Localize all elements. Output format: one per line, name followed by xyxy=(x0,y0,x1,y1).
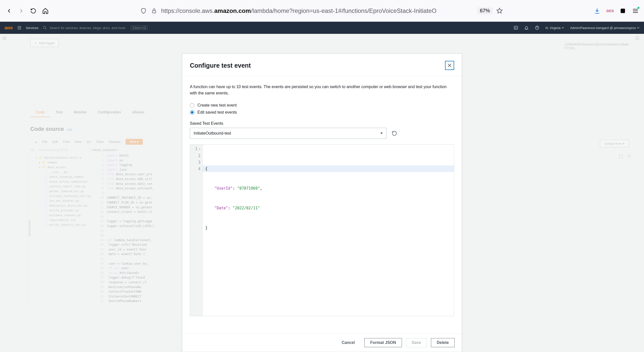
cloudshell-icon[interactable] xyxy=(514,26,518,30)
nav-back-button[interactable] xyxy=(5,7,13,15)
saved-event-select[interactable]: InitiateOutbound-test xyxy=(190,128,387,139)
chevron-down-icon xyxy=(380,133,383,134)
save-button[interactable]: Save xyxy=(406,338,427,347)
svg-point-11 xyxy=(43,26,46,29)
modal-title: Configure test event xyxy=(190,62,251,69)
editor-code-area[interactable]: { "UserId": "07071969", "Date": "2022/02… xyxy=(203,145,454,316)
browser-right-icons: aea xyxy=(594,7,639,14)
url-bar[interactable]: https://console.aws.amazon.com/lambda/ho… xyxy=(140,7,503,14)
chevron-down-icon xyxy=(562,27,564,29)
search-icon xyxy=(43,26,47,30)
json-editor[interactable]: 1 ▾ 2 3 4 { "UserId": "07071969", "Date"… xyxy=(190,144,454,316)
shield-icon[interactable] xyxy=(140,7,147,14)
add-trigger-button: ＋ Add trigger xyxy=(30,39,59,47)
delete-button[interactable]: Delete xyxy=(431,338,455,347)
svg-point-7 xyxy=(20,28,21,28)
zoom-badge[interactable]: 67% xyxy=(477,7,492,14)
svg-point-14 xyxy=(635,36,639,40)
nav-reload-button[interactable] xyxy=(29,7,37,15)
radio-create-new[interactable]: Create new test event xyxy=(190,103,454,108)
profile-badge[interactable]: aea xyxy=(606,8,614,13)
hamburger-menu-icon[interactable] xyxy=(632,7,639,14)
nav-home-button[interactable] xyxy=(41,7,49,15)
aws-top-nav: aws Services Search for services, featur… xyxy=(0,22,644,34)
selected-event-value: InitiateOutbound-test xyxy=(194,131,231,136)
svg-point-8 xyxy=(18,29,18,30)
arn-text-2: YYU3n xyxy=(564,46,629,50)
json-val-userid: "07071969" xyxy=(237,186,260,191)
configure-test-event-modal: Configure test event A function can have… xyxy=(182,54,462,352)
account-label: Admin/Pawrence-Isengard @ pmvawsnoprox xyxy=(570,26,636,30)
saved-events-label: Saved Test Events xyxy=(190,121,454,126)
services-link[interactable]: Services xyxy=(26,26,39,30)
side-panel-toggle-icon xyxy=(2,36,7,40)
url-path: /lambda/home?region=us-east-1#/functions… xyxy=(251,7,436,14)
extension-icon[interactable] xyxy=(619,7,626,14)
close-button[interactable] xyxy=(445,61,454,70)
json-key-date: "Date" xyxy=(214,206,228,210)
json-key-userid: "UserId" xyxy=(214,186,232,191)
chevron-down-icon xyxy=(637,27,639,29)
radio-edit-saved[interactable]: Edit saved test events xyxy=(190,110,454,115)
reload-events-button[interactable] xyxy=(392,131,397,136)
lock-icon[interactable] xyxy=(151,7,158,14)
svg-point-5 xyxy=(18,28,18,28)
region-label: N. Virginia xyxy=(545,26,561,30)
json-val-date: "2022/02/11" xyxy=(232,206,260,210)
svg-point-3 xyxy=(19,26,20,27)
radio-edit-label: Edit saved test events xyxy=(197,110,237,115)
url-prefix: https://console.aws. xyxy=(161,7,214,14)
url-text: https://console.aws.amazon.com/lambda/ho… xyxy=(161,7,474,14)
radio-icon xyxy=(190,103,194,108)
svg-rect-1 xyxy=(621,9,625,13)
svg-point-9 xyxy=(19,29,20,30)
nav-forward-button[interactable] xyxy=(17,7,25,15)
search-shortcut: [Option+S] xyxy=(131,26,148,30)
url-domain: amazon.com xyxy=(214,7,251,14)
cancel-button[interactable]: Cancel xyxy=(336,338,360,347)
notifications-icon[interactable] xyxy=(524,26,529,30)
svg-point-10 xyxy=(20,29,21,30)
services-menu-icon[interactable] xyxy=(17,26,21,30)
json-line-4: } xyxy=(205,225,208,230)
svg-point-6 xyxy=(19,28,20,28)
download-icon[interactable] xyxy=(594,7,601,14)
info-panel-toggle-icon xyxy=(635,36,639,40)
editor-gutter: 1 ▾ 2 3 4 xyxy=(190,145,203,316)
svg-rect-0 xyxy=(153,11,156,13)
close-icon xyxy=(448,63,452,67)
bookmark-star-icon[interactable] xyxy=(496,7,503,14)
modal-overlay: Configure test event A function can have… xyxy=(0,54,644,352)
browser-toolbar: https://console.aws.amazon.com/lambda/ho… xyxy=(0,0,644,22)
aws-logo[interactable]: aws xyxy=(5,25,13,31)
modal-description: A function can have up to 10 test events… xyxy=(190,84,447,96)
help-icon[interactable] xyxy=(535,26,539,30)
format-json-button[interactable]: Format JSON xyxy=(364,338,402,347)
svg-point-4 xyxy=(20,26,21,27)
region-selector[interactable]: N. Virginia xyxy=(545,26,564,30)
arn-text-1: :224004459:function:EproVoiceStack-Initi… xyxy=(564,42,629,46)
radio-icon xyxy=(190,110,194,115)
svg-point-2 xyxy=(18,26,18,27)
modal-footer: Cancel Format JSON Save Delete xyxy=(182,333,462,352)
json-line-1: { xyxy=(205,166,208,171)
account-selector[interactable]: Admin/Pawrence-Isengard @ pmvawsnoprox xyxy=(570,26,639,30)
aws-search-input[interactable]: Search for services, features, blogs, do… xyxy=(43,26,174,30)
radio-create-label: Create new test event xyxy=(197,103,237,108)
search-placeholder: Search for services, features, blogs, do… xyxy=(49,26,125,30)
